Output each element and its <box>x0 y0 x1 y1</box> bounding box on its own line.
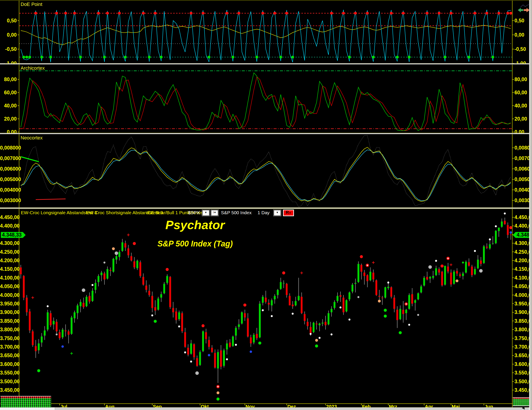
y-axis-label: 80,00 <box>0 76 17 82</box>
window-right-edge <box>529 0 532 410</box>
y-axis-label: 3.800,00 <box>0 327 17 333</box>
symbol-label[interactable]: $SPX <box>188 210 200 215</box>
x-axis-month-label: Jul <box>60 404 67 408</box>
y-axis-label: -0,50 <box>514 46 526 52</box>
x-axis-month-label: Feb <box>362 404 371 408</box>
instrument-label: S&P 500 Index <box>221 210 252 215</box>
y-axis-label: 0,00 <box>514 129 524 133</box>
y-axis-label: 0,006000 <box>0 166 17 172</box>
y-axis-label: 0,00 <box>0 32 17 38</box>
period-dropdown-button[interactable]: ▼ <box>274 210 281 216</box>
interval-dropdown-button[interactable]: I▼ <box>211 210 218 216</box>
y-axis-label: 3.450,00 <box>0 387 17 393</box>
x-axis-month-label: 2023 <box>326 404 337 408</box>
y-axis-label: 40,00 <box>0 103 17 109</box>
signal-summary-table-right <box>513 397 532 406</box>
y-axis-label: 60,00 <box>514 90 527 95</box>
panel-archicortex[interactable]: Archicortex 80,0080,0060,0060,0040,0040,… <box>0 65 532 133</box>
y-axis-label: 0,008000 <box>0 145 17 151</box>
y-axis-label: 0,00 <box>514 32 524 38</box>
signal-summary-table-left <box>0 396 51 409</box>
signal-table-row <box>0 404 51 406</box>
zigzag-line-icon <box>520 4 529 7</box>
panel-neocortex[interactable]: Neocortex 0,0080000,0080000,0070000,0070… <box>0 134 532 208</box>
chevron-down-icon: ▼ <box>289 211 291 214</box>
x-axis-month-label: Mai <box>452 404 460 408</box>
green_trendline <box>21 157 39 162</box>
chart-watermark-title: Psychator <box>142 218 248 232</box>
signal-table-row <box>0 398 51 400</box>
y-axis-label: 3.600,00 <box>0 361 17 367</box>
x-axis-month-label: Nov <box>246 404 255 408</box>
y-axis-label: 3.850,00 <box>0 318 17 324</box>
y-axis-label: 4.150,00 <box>0 266 17 272</box>
panel-price-chart[interactable]: EW-Croc Longsignale Abstandstest 3 EW-Cr… <box>0 209 532 408</box>
doe-chart-canvas[interactable] <box>0 1 532 64</box>
horizontal-scrollbar[interactable] <box>0 407 532 410</box>
y-axis-label: 4.200,00 <box>0 258 17 264</box>
y-axis-label: 4.250,00 <box>0 249 17 255</box>
y-axis-label: 0,00 <box>0 129 17 133</box>
archicortex-chart-canvas[interactable] <box>0 65 532 133</box>
y-axis-label: 0,005000 <box>0 176 17 182</box>
chevron-down-icon: ▼ <box>276 211 279 214</box>
symbol-dropdown-button[interactable]: ▼ <box>202 210 209 216</box>
y-axis-label: 60,00 <box>0 90 17 95</box>
y-axis-label: -1,00 <box>0 60 17 64</box>
y-axis-label: 20,00 <box>0 116 17 122</box>
y-axis-label: 3.500,00 <box>0 378 17 384</box>
period-label: 1 Day <box>257 210 270 215</box>
signal-table-row <box>0 396 51 398</box>
signal-table-row <box>513 404 532 406</box>
indicator-label-longsignale[interactable]: EW-Croc Longsignale Abstandstest 3 <box>21 210 97 215</box>
x-axis-month-label: Jun <box>485 404 493 408</box>
arrow-left-icon <box>518 8 523 12</box>
arrow-right-icon <box>524 8 530 12</box>
y-axis-label: 4.400,00 <box>0 223 17 229</box>
x-axis-month-label: Okt <box>201 404 209 408</box>
y-axis-label: 0,004000 <box>0 187 17 193</box>
y-axis-label: 40,00 <box>514 103 527 109</box>
y-axis-label: 3.900,00 <box>0 309 17 315</box>
y-axis-label: 0,50 <box>514 18 524 24</box>
y-axis-label: 3.550,00 <box>0 370 17 376</box>
y-axis-label: 4.300,00 <box>0 240 17 246</box>
y-axis-label: 4.050,00 <box>0 284 17 289</box>
signal-table-row <box>0 402 51 404</box>
last-price-tag-left: 4.348,33 <box>1 232 23 238</box>
y-axis-label: 3.750,00 <box>0 335 17 341</box>
x-axis-month-label: Aug <box>105 404 114 408</box>
panel-doe-point[interactable]: DoE Point 0,500,500,000,00-0,50-0,50-1,0… <box>0 0 532 64</box>
y-axis-label: 0,003000 <box>0 198 17 203</box>
x-axis-month-label: Apr <box>425 404 433 408</box>
y-axis-label: -0,50 <box>0 46 17 52</box>
trading-app-window: DoE Point 0,500,500,000,00-0,50-0,50-1,0… <box>0 0 532 410</box>
y-axis-label: -1,00 <box>514 60 526 64</box>
y-axis-label: 3.650,00 <box>0 353 17 359</box>
y-axis-label: 0,007000 <box>0 155 17 161</box>
y-axis-label: 0,50 <box>0 18 17 24</box>
y-axis-label: 3.700,00 <box>0 344 17 350</box>
y-axis-label: 4.100,00 <box>0 275 17 281</box>
x-axis-month-label: Mrz <box>389 404 397 408</box>
realtime-button-label: R <box>286 210 289 215</box>
realtime-button[interactable]: R▼ <box>283 210 294 216</box>
red_trendline <box>36 199 66 200</box>
y-axis-label: 4.000,00 <box>0 292 17 298</box>
chart-watermark-subtitle: S&P 500 Index (Tag) <box>142 239 248 248</box>
panel-doe-title: DoE Point <box>21 1 42 7</box>
chevron-down-icon: ▼ <box>205 211 207 214</box>
x-axis-month-label: Dez <box>287 404 296 408</box>
neocortex-chart-canvas[interactable] <box>0 134 532 208</box>
panel-neocortex-title: Neocortex <box>21 135 43 141</box>
panel-archicortex-title: Archicortex <box>21 65 45 71</box>
y-axis-label: 3.950,00 <box>0 301 17 307</box>
signal-table-row <box>0 400 51 402</box>
y-axis-label: 4.450,00 <box>0 214 17 220</box>
x-axis-month-label: Sep <box>153 404 162 408</box>
price-chart-canvas[interactable] <box>0 209 532 408</box>
y-axis-label: 80,00 <box>514 76 527 82</box>
chevron-down-icon: ▼ <box>214 211 216 214</box>
y-axis-label: 20,00 <box>514 116 527 122</box>
scrollbar-thumb[interactable] <box>0 407 55 410</box>
